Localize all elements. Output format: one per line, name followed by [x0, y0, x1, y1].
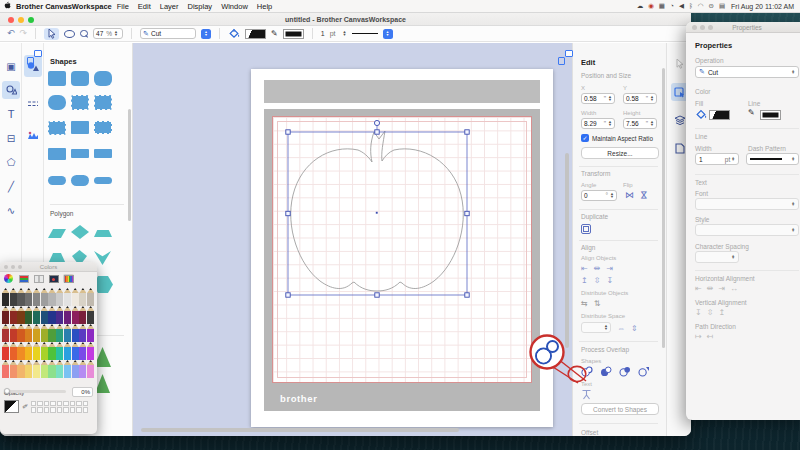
height-field[interactable]: 7.56": [623, 118, 657, 129]
shape-tile-rect[interactable]: [71, 95, 89, 110]
shape-tile-rect[interactable]: [94, 71, 112, 86]
eyedropper-icon[interactable]: ✐: [21, 402, 28, 411]
current-color-swatch[interactable]: [4, 400, 19, 413]
pencil-color[interactable]: [25, 342, 32, 360]
pencil-color[interactable]: [17, 306, 24, 324]
line-shapes-category-icon[interactable]: [24, 95, 42, 113]
pencil-color[interactable]: [41, 306, 48, 324]
dash-pattern-select[interactable]: [746, 153, 799, 165]
shape-tile-rect[interactable]: [71, 175, 89, 186]
display-icon[interactable]: ▦: [659, 2, 665, 10]
flip-vertical-icon[interactable]: ⋈: [639, 191, 649, 200]
align-left-icon[interactable]: ⇤: [581, 264, 588, 273]
pencil-color[interactable]: [41, 342, 48, 360]
align-right-icon[interactable]: ⇥: [606, 264, 613, 273]
swatch-slot[interactable]: [76, 401, 82, 407]
text-valign-top-icon[interactable]: ↥: [718, 308, 725, 317]
shape-tile-rect[interactable]: [71, 71, 89, 86]
operation-dropdown[interactable]: ✎ Cut: [140, 28, 196, 39]
align-middle-icon[interactable]: ⇳: [594, 276, 601, 285]
shape-tile-rhombus[interactable]: [71, 225, 89, 239]
pencil-color[interactable]: [25, 324, 32, 342]
freeform-tool-icon[interactable]: ⬠: [2, 153, 20, 171]
pencil-color[interactable]: [33, 324, 40, 342]
shape-tile-trapezoid-flat[interactable]: [94, 230, 112, 237]
pencil-color[interactable]: [56, 342, 63, 360]
pencil-color[interactable]: [33, 288, 40, 306]
space-v-icon[interactable]: ⇕: [631, 324, 638, 333]
opacity-slider-knob[interactable]: [4, 388, 10, 394]
text-align-left-icon[interactable]: ⇤: [695, 284, 702, 293]
color-sliders-icon[interactable]: [18, 274, 29, 283]
pencil-color[interactable]: [10, 342, 17, 360]
menu-display[interactable]: Display: [188, 2, 213, 11]
pencil-color[interactable]: [79, 306, 86, 324]
menu-window[interactable]: Window: [221, 2, 248, 11]
swatch-slot[interactable]: [76, 407, 82, 413]
distribute-h-icon[interactable]: ⇆: [581, 299, 588, 308]
pencil-color[interactable]: [72, 288, 79, 306]
properties-titlebar[interactable]: Properties: [686, 22, 800, 33]
shape-tile-rect[interactable]: [94, 177, 112, 184]
font-select[interactable]: [695, 198, 799, 210]
pencil-color[interactable]: [33, 360, 40, 378]
canvas-viewport[interactable]: brother: [133, 43, 572, 436]
menu-help[interactable]: Help: [257, 2, 272, 11]
pencil-color[interactable]: [17, 324, 24, 342]
opacity-value[interactable]: 0%: [72, 387, 93, 397]
text-tool-icon[interactable]: T: [2, 105, 20, 123]
pencil-color[interactable]: [56, 288, 63, 306]
char-spacing-field[interactable]: [695, 251, 739, 263]
shape-tile-rect[interactable]: [94, 149, 112, 158]
align-bottom-icon[interactable]: ↧: [606, 276, 613, 285]
artboard-tool-icon[interactable]: ▣: [2, 57, 20, 75]
line-pencil-icon[interactable]: ✎: [271, 30, 278, 38]
path-reverse-icon[interactable]: ↤: [707, 332, 714, 341]
pencil-color[interactable]: [2, 306, 9, 324]
text-justify-icon[interactable]: ↔: [730, 284, 738, 293]
text-align-right-icon[interactable]: ⇥: [718, 284, 725, 293]
maintain-aspect-checkbox[interactable]: ✓: [581, 134, 589, 142]
line-color-swatch[interactable]: [283, 29, 304, 39]
align-center-h-icon[interactable]: ⇹: [594, 264, 601, 273]
width-field[interactable]: 8.29": [581, 118, 615, 129]
x-position-field[interactable]: 0.58": [581, 93, 615, 104]
subtract-button[interactable]: [600, 366, 612, 377]
pencil-color[interactable]: [87, 360, 94, 378]
pencil-color[interactable]: [87, 324, 94, 342]
themed-shapes-category-icon[interactable]: [24, 127, 42, 145]
pencil-color[interactable]: [56, 306, 63, 324]
apple-menu-icon[interactable]: [0, 1, 14, 12]
window-titlebar[interactable]: untitled - Brother CanvasWorkspace: [0, 13, 691, 26]
shape-tile-rect[interactable]: [94, 121, 112, 134]
volume-icon[interactable]: ◀: [679, 2, 684, 10]
pencil-color[interactable]: [25, 288, 32, 306]
cloud-icon[interactable]: ☁: [637, 2, 644, 10]
pencil-color[interactable]: [56, 324, 63, 342]
distribute-space-field[interactable]: [581, 322, 611, 333]
swatch-slot[interactable]: [57, 401, 63, 407]
pencil-color[interactable]: [48, 324, 55, 342]
pencil-color[interactable]: [10, 324, 17, 342]
angle-field[interactable]: 0°: [581, 190, 617, 201]
style-select[interactable]: [695, 224, 799, 236]
swatch-slot[interactable]: [37, 401, 43, 407]
pencil-color[interactable]: [87, 342, 94, 360]
pencil-color[interactable]: [48, 360, 55, 378]
select-tool-button[interactable]: [44, 28, 59, 40]
line-tool-icon[interactable]: ╱: [2, 177, 20, 195]
shape-tile-rect[interactable]: [71, 149, 89, 158]
pencil-color[interactable]: [79, 360, 86, 378]
pencil-color[interactable]: [64, 288, 71, 306]
pencil-color[interactable]: [2, 288, 9, 306]
pencil-color[interactable]: [41, 360, 48, 378]
pencil-color[interactable]: [79, 288, 86, 306]
pencil-color[interactable]: [25, 306, 32, 324]
bluetooth-icon[interactable]: ᛒ: [689, 2, 693, 10]
opacity-slider[interactable]: [4, 390, 66, 393]
swatch-slot[interactable]: [50, 407, 56, 413]
distribute-v-icon[interactable]: ⇅: [594, 299, 601, 308]
pencil-color[interactable]: [72, 306, 79, 324]
text-weld-button[interactable]: [581, 389, 592, 400]
image-palettes-icon[interactable]: [48, 274, 59, 283]
